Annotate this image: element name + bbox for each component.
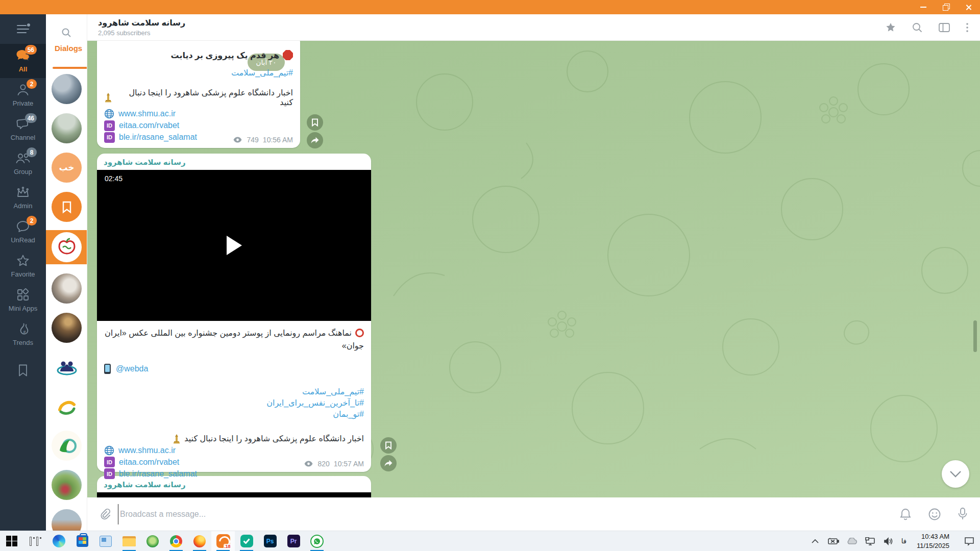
sidebar-item-favorite[interactable]: Favorite [0, 249, 46, 283]
firefox-icon [193, 535, 206, 547]
dialog-avatar-health-channel[interactable] [52, 232, 82, 262]
sidebar-item-admin[interactable]: Admin [0, 181, 46, 215]
ble-link[interactable]: ble.ir/rasane_salamat [119, 469, 197, 479]
save-to-bookmarks-button[interactable] [307, 114, 323, 131]
taskbar-firefox[interactable] [188, 531, 211, 551]
scroll-to-bottom-button[interactable] [942, 460, 969, 488]
follow-line: اخبار دانشگاه علوم پزشکی شاهرود را اینجا… [104, 434, 364, 444]
clock-date: 11/15/2025 [917, 541, 949, 550]
menu-kebab-icon[interactable] [966, 22, 969, 33]
onedrive-cloud-icon[interactable] [846, 536, 857, 547]
notifications-bell-icon[interactable] [899, 508, 912, 521]
message-title-text: هر قدم یک پیروزی بر دیابت [170, 51, 279, 60]
message-input[interactable] [118, 504, 899, 524]
sidebar-item-unread[interactable]: 2 UnRead [0, 215, 46, 249]
hidden-icons-chevron[interactable] [810, 536, 821, 547]
dialog-avatar-green-logo[interactable] [52, 431, 82, 461]
taskbar-photoshop[interactable]: Ps [258, 531, 282, 551]
taskbar-premiere[interactable]: Pr [282, 531, 305, 551]
sidebar-item-channel[interactable]: 46 Channel [0, 112, 46, 146]
hashtag-link[interactable]: #تیم_ملی_سلامت [231, 68, 293, 77]
volume-icon[interactable] [883, 536, 894, 547]
restore-button[interactable] [941, 3, 950, 12]
taskbar-idm[interactable] [141, 531, 164, 551]
hashtag-link[interactable]: #تیم_ملی_سلامت [104, 386, 364, 397]
dialog-avatar-group-photo[interactable] [52, 74, 82, 104]
taskbar-check-app[interactable] [235, 531, 258, 551]
taskbar-file-explorer[interactable] [117, 531, 141, 551]
eitaa-link[interactable]: eitaa.com/rvabet [119, 458, 179, 467]
sidebar-item-miniapps[interactable]: Mini Apps [0, 283, 46, 317]
forward-button[interactable] [307, 132, 323, 148]
paperclip-icon [99, 508, 112, 521]
taskbar-edge[interactable] [47, 531, 70, 551]
follow-text: اخبار دانشگاه علوم پزشکی شاهرود را اینجا… [184, 434, 364, 443]
dialog-avatar-saved-messages[interactable] [52, 192, 82, 222]
website-link[interactable]: www.shmu.ac.ir [118, 109, 176, 118]
message-bubble: هر قدم یک پیروزی بر دیابت #تیم_ملی_سلامت… [97, 41, 300, 148]
dialog-avatar-office-photo[interactable] [52, 273, 82, 304]
search-icon[interactable] [61, 28, 71, 38]
channel-name-header[interactable]: رسانه سلامت شاهرود [97, 154, 371, 170]
sidebar-item-all[interactable]: 56 All [0, 44, 46, 78]
microsoft-store-icon [77, 535, 88, 547]
dialog-avatar-calligraphy-logo[interactable] [52, 391, 82, 421]
dialog-active-row[interactable] [46, 230, 87, 264]
badge-all: 56 [25, 45, 37, 55]
hashtag-link[interactable]: #تا_آخرین_نفس_برای_ایران [104, 397, 364, 409]
sidebar-item-label: Admin [14, 202, 33, 210]
mention-link[interactable]: @webda [116, 364, 148, 373]
hashtag-link[interactable]: #تو_بمان [104, 409, 364, 420]
link-line-eitaa: ID eitaa.com/rvabet [104, 120, 293, 131]
save-to-bookmarks-button[interactable] [380, 437, 397, 454]
dialog-avatar-night-photo[interactable] [52, 313, 82, 343]
video-player[interactable]: 02:45 [97, 170, 371, 321]
attach-button[interactable] [99, 508, 112, 521]
dialog-avatar-family-logo[interactable] [52, 352, 82, 382]
taskbar-store[interactable] [70, 531, 94, 551]
premiere-icon: Pr [287, 535, 300, 547]
main-menu-button[interactable] [0, 14, 46, 44]
person-icon: 2 [15, 83, 31, 97]
sidebar-item-label: Channel [11, 134, 35, 141]
emoji-smiley-icon[interactable] [928, 508, 941, 521]
sidebar-item-label: Mini Apps [9, 305, 37, 312]
forward-button[interactable] [380, 455, 397, 471]
sidebar-item-bookmarks[interactable] [0, 359, 46, 383]
badge-group: 8 [27, 147, 37, 157]
taskbar-whatsapp[interactable] [305, 531, 329, 551]
dialog-avatar-building-photo[interactable] [52, 509, 82, 531]
media-placeholder[interactable] [97, 492, 371, 497]
taskbar-chrome[interactable] [164, 531, 188, 551]
close-button[interactable] [964, 3, 973, 12]
dialog-avatar-park-photo[interactable] [52, 113, 82, 143]
favorite-star-icon[interactable] [885, 22, 896, 33]
power-battery-icon[interactable] [828, 536, 839, 547]
sidebar-item-private[interactable]: 2 Private [0, 78, 46, 112]
sidebar-item-group[interactable]: 8 Group [0, 146, 46, 181]
task-view-button[interactable] [23, 531, 47, 551]
language-indicator[interactable]: فا [901, 537, 906, 545]
start-button[interactable] [0, 531, 23, 551]
dialog-avatar-khab[interactable]: خب [52, 153, 82, 183]
message-input-bar [87, 497, 980, 531]
chat-scrollbar-thumb[interactable] [973, 320, 977, 352]
dialog-avatar-garden-photo[interactable] [52, 470, 82, 500]
ble-link[interactable]: ble.ir/rasane_salamat [119, 133, 197, 142]
minimize-button[interactable] [919, 3, 928, 12]
website-link[interactable]: www.shmu.ac.ir [118, 446, 176, 455]
action-center-icon[interactable] [964, 536, 975, 547]
eitaa-link[interactable]: eitaa.com/rvabet [119, 121, 179, 130]
search-icon[interactable] [912, 22, 923, 33]
split-view-icon[interactable] [938, 22, 950, 33]
sidebar-item-label: UnRead [11, 236, 35, 244]
taskbar-photos[interactable] [94, 531, 117, 551]
clock[interactable]: 10:43 AM 11/15/2025 [914, 532, 952, 550]
microphone-icon[interactable] [958, 507, 968, 521]
play-button[interactable] [227, 236, 242, 255]
dialogs-tab[interactable]: Dialogs [55, 44, 82, 53]
chat-title-block[interactable]: رسانه سلامت شاهرود 2,095 subscribers [98, 18, 185, 37]
sidebar-item-trends[interactable]: # Trends [0, 317, 46, 352]
taskbar-eitaa-active[interactable]: .18 [211, 531, 235, 551]
network-icon[interactable] [865, 536, 876, 547]
